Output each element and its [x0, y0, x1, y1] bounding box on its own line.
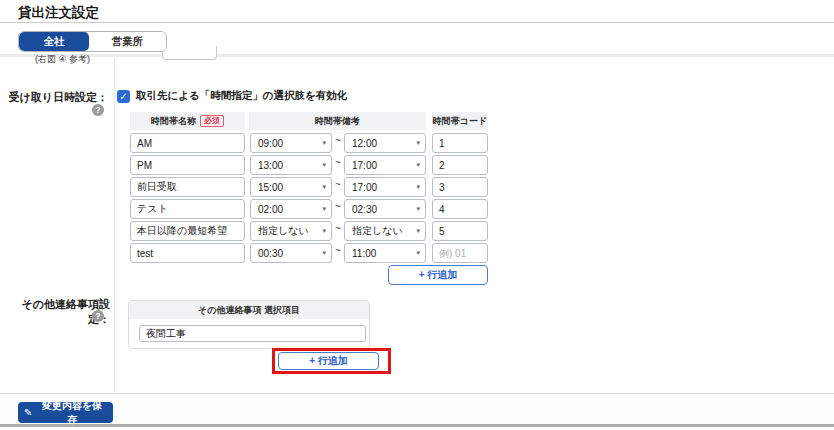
tilde-separator: ~ [332, 243, 344, 259]
timeband-table: 時間帯名称 必須 時間帯備考 時間帯コード 09:00 ▾ ~ 12:00 ▾ … [130, 112, 488, 287]
time-from-value: 00:30 [258, 248, 283, 259]
time-from-value: 02:00 [258, 204, 283, 215]
time-to-value: 17:00 [352, 160, 377, 171]
time-to-select[interactable]: 指定しない ▾ [344, 221, 426, 241]
clipped-field-bottom [162, 46, 217, 60]
time-to-value: 17:00 [352, 182, 377, 193]
time-from-select[interactable]: 13:00 ▾ [250, 155, 332, 175]
time-from-select[interactable]: 02:00 ▾ [250, 199, 332, 219]
chevron-down-icon: ▾ [322, 205, 326, 213]
checkbox-checked-icon[interactable]: ✓ [117, 90, 130, 103]
col-header-timeband-remarks: 時間帯備考 [249, 112, 426, 130]
time-from-value: 09:00 [258, 138, 283, 149]
timeband-code-input[interactable] [432, 177, 488, 197]
chevron-down-icon: ▾ [416, 227, 420, 235]
time-to-select[interactable]: 12:00 ▾ [344, 133, 426, 153]
timeband-name-input[interactable] [130, 133, 245, 153]
time-from-select[interactable]: 15:00 ▾ [250, 177, 332, 197]
save-button[interactable]: ✎ 変更内容を保存 [18, 402, 113, 423]
table-row: 15:00 ▾ ~ 17:00 ▾ [130, 177, 488, 197]
footer-bar [0, 394, 834, 424]
time-from-select[interactable]: 指定しない ▾ [250, 221, 332, 241]
table-row: 指定しない ▾ ~ 指定しない ▾ [130, 221, 488, 241]
other-item-input[interactable] [139, 325, 366, 342]
table-row: 02:00 ▾ ~ 02:30 ▾ [130, 199, 488, 219]
save-button-label: 変更内容を保存 [37, 399, 107, 427]
tilde-separator: ~ [332, 177, 344, 193]
tilde-separator: ~ [332, 221, 344, 237]
help-icon[interactable]: ? [92, 104, 104, 116]
reference-note: (右図 ④ 参考) [35, 53, 90, 66]
col-header-timeband-name-label: 時間帯名称 [151, 115, 196, 128]
title-divider [0, 22, 834, 23]
time-to-select[interactable]: 17:00 ▾ [344, 177, 426, 197]
chevron-down-icon: ▾ [416, 139, 420, 147]
bottom-border [0, 424, 834, 427]
time-designation-checkbox-row: ✓ 取引先による「時間指定」の選択肢を有効化 [117, 89, 347, 103]
timeband-code-input[interactable] [432, 133, 488, 153]
timeband-code-input[interactable] [432, 155, 488, 175]
tilde-separator: ~ [332, 133, 344, 149]
col-header-timeband-code: 時間帯コード [432, 112, 488, 130]
chevron-down-icon: ▾ [416, 249, 420, 257]
timeband-name-input[interactable] [130, 155, 245, 175]
timeband-code-input[interactable] [432, 221, 488, 241]
tabs-divider [0, 54, 834, 57]
chevron-down-icon: ▾ [322, 249, 326, 257]
tab-company[interactable]: 全社 [19, 32, 89, 51]
other-items-header: その他連絡事項 選択項目 [129, 301, 369, 319]
timeband-code-input[interactable] [432, 243, 488, 263]
table-row: 09:00 ▾ ~ 12:00 ▾ [130, 133, 488, 153]
time-to-value: 02:30 [352, 204, 377, 215]
time-from-value: 15:00 [258, 182, 283, 193]
required-badge: 必須 [200, 115, 224, 127]
time-to-value: 11:00 [352, 248, 376, 259]
page-title: 貸出注文設定 [18, 4, 99, 22]
chevron-down-icon: ▾ [322, 183, 326, 191]
chevron-down-icon: ▾ [322, 161, 326, 169]
time-to-value: 12:00 [352, 138, 377, 149]
loan-order-settings-page: 貸出注文設定 全社 営業所 (右図 ④ 参考) 受け取り日時設定： ? ✓ 取引… [0, 0, 834, 430]
chevron-down-icon: ▾ [416, 183, 420, 191]
chevron-down-icon: ▾ [322, 227, 326, 235]
timeband-name-input[interactable] [130, 243, 245, 263]
time-from-value: 指定しない [258, 224, 309, 238]
timeband-name-input[interactable] [130, 199, 245, 219]
time-from-select[interactable]: 00:30 ▾ [250, 243, 332, 263]
pencil-icon: ✎ [24, 407, 32, 418]
time-from-select[interactable]: 09:00 ▾ [250, 133, 332, 153]
chevron-down-icon: ▾ [322, 139, 326, 147]
time-to-select[interactable]: 11:00 ▾ [344, 243, 426, 263]
tilde-separator: ~ [332, 199, 344, 215]
timeband-name-input[interactable] [130, 177, 245, 197]
time-to-select[interactable]: 02:30 ▾ [344, 199, 426, 219]
tilde-separator: ~ [332, 155, 344, 171]
time-to-select[interactable]: 17:00 ▾ [344, 155, 426, 175]
checkbox-label: 取引先による「時間指定」の選択肢を有効化 [136, 89, 347, 103]
timeband-name-input[interactable] [130, 221, 245, 241]
table-row: 13:00 ▾ ~ 17:00 ▾ [130, 155, 488, 175]
scope-tabs: 全社 営業所 [18, 31, 167, 52]
pickup-section-label: 受け取り日時設定： [0, 90, 108, 105]
add-row-button[interactable]: + 行追加 [388, 265, 488, 285]
label-column-divider [114, 58, 115, 392]
help-icon[interactable]: ? [92, 310, 104, 322]
table-row: 00:30 ▾ ~ 11:00 ▾ [130, 243, 488, 263]
chevron-down-icon: ▾ [416, 161, 420, 169]
col-header-timeband-name: 時間帯名称 必須 [130, 112, 245, 130]
time-to-value: 指定しない [352, 224, 403, 238]
add-row-button-other[interactable]: + 行追加 [278, 352, 379, 370]
timeband-code-input[interactable] [432, 199, 488, 219]
other-items-panel: その他連絡事項 選択項目 [128, 300, 370, 349]
tab-office[interactable]: 営業所 [89, 32, 166, 51]
time-from-value: 13:00 [258, 160, 283, 171]
chevron-down-icon: ▾ [416, 205, 420, 213]
